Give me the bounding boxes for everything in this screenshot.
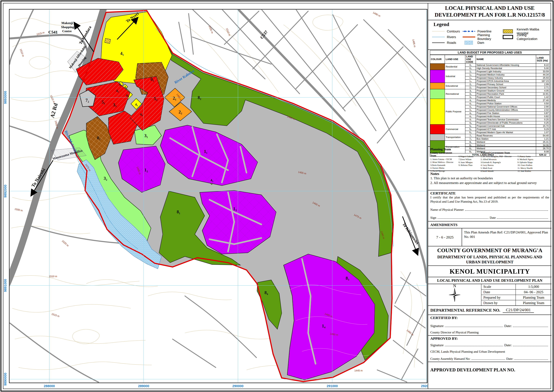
prepared-value: Planning Team (516, 295, 551, 300)
label-makenji-2: Shopping (61, 25, 74, 29)
zone-label-5-1: 5₁ (102, 100, 105, 105)
budget-landuse-cell: Public Purpose (445, 99, 465, 124)
budget-code-cell: 5₂ (465, 128, 476, 131)
legend-label: Planning Boundary (478, 33, 501, 41)
hansard-date-field[interactable] (514, 356, 548, 360)
note-1: 1. This plan is not an authority on boun… (430, 176, 549, 181)
budget-size-cell: 27.40 (536, 99, 550, 102)
legend-item-dam: Dam (462, 40, 501, 46)
team-member: 4. Karuru Maina (430, 167, 457, 169)
certified-by-heading: CERTIFIED BY: (430, 316, 549, 320)
budget-row: Commercial5₁Proposed Commercial Hub15.70 (430, 124, 550, 128)
budget-size-cell: 54.40 (536, 134, 550, 137)
hansard-date-label: Date: (506, 357, 513, 361)
zone-label-8-4: 8₄ (264, 290, 268, 295)
budget-name-cell: National Government Affordable Housing (476, 63, 536, 67)
budget-code-cell: 0₂ (465, 67, 476, 70)
zone-label-1-3: 1₃ (233, 206, 237, 211)
budget-row: Public Purpose4₁Proposed Medicity27.40 (430, 99, 550, 102)
label-makenji-1: Makenji (61, 21, 73, 25)
zone-label-4-8: 4₈ (124, 85, 127, 89)
planner-name-field[interactable] (465, 207, 548, 211)
budget-code-cell: 1₄ (465, 79, 476, 83)
budget-name-cell: Proposed Ardhi House (476, 115, 536, 118)
legend-label: Powerline (478, 29, 492, 33)
team-member: 9. Rehema Thuo (459, 164, 479, 167)
budget-landuse-cell: Transportation (445, 134, 465, 140)
planning-boundary-icon (462, 36, 476, 38)
county-team-col1: 1. James Gatuna - CECM2. Brian Ndeleva -… (430, 158, 457, 173)
budget-name-cell: Proposed Secondary School (476, 86, 536, 89)
roads-line-icon (432, 42, 445, 43)
land-budget-table: COLOUR LAND USE LAND USE CODE NAME LAND … (430, 55, 550, 157)
zone-label-4-6: 4₆ (140, 112, 143, 116)
land-budget-section: LAND BUDGET FOR PROPOSED LAND USES COLOU… (428, 50, 551, 147)
easting-label: 288000 (44, 384, 55, 388)
municipality-title: KENOL MUNICIPALITY (428, 266, 551, 277)
legend-item-zoning: Zoning Categorization (501, 34, 548, 40)
budget-name-cell: Proposed Medium Industry (476, 73, 536, 76)
budget-row: Educational2₁Proposed Primary School2.99 (430, 83, 550, 86)
scale-value: 1:5,000 (516, 284, 551, 289)
certified-signature-field[interactable] (445, 323, 503, 327)
budget-header-landuse: LAND USE (445, 55, 465, 63)
zone-label-8-1: 8₁ (177, 209, 180, 214)
sign-field[interactable] (437, 215, 489, 219)
budget-code-cell: 7₂ (465, 137, 476, 140)
budget-size-cell: 2.02 (536, 108, 550, 112)
budget-size-cell: 2.99 (536, 83, 550, 86)
approved-signature-field[interactable] (445, 342, 503, 346)
budget-size-cell: 25.31 (536, 140, 550, 144)
zone-label-0-1: 0₁ (151, 77, 154, 82)
zone-label-4-7: 4₇ (119, 83, 122, 86)
zone-label-7-2: 7₂ (86, 98, 89, 103)
budget-size-cell: 1.21 (536, 137, 550, 140)
budget-header-code: LAND USE CODE (465, 55, 476, 63)
zone-label-4-5: 4₅ (210, 178, 213, 182)
team-member: 9. Ephraim Njogu (518, 161, 542, 164)
contours-line-icon (432, 31, 445, 32)
approved-date-field[interactable] (513, 342, 548, 346)
amendments-row: 7 - 6 - 2025 This Plan Amends Plan Ref: … (428, 228, 551, 246)
easting-label: 291000 (327, 384, 338, 388)
budget-name-cell: Proposed Modern Open-Air Market (476, 131, 536, 134)
planner-name-label: Name of Physical Planner (430, 208, 464, 212)
legend-heading: Legend (434, 21, 549, 27)
certified-date-field[interactable] (513, 323, 548, 327)
county-team-title: County Government Team (430, 151, 457, 157)
budget-code-cell: 4₁ (465, 99, 476, 102)
kenneth-matiba-hospital-icon (105, 38, 111, 43)
title-block: N Scale 1:5,000 Date 04- 06 - 2025 P (428, 284, 551, 306)
approved-plan-no-label: APPROVED DEVELOPMENT PLAN NO. (430, 367, 549, 372)
county-government-title: COUNTY GOVERNMENT OF MURANG'A (437, 247, 542, 253)
budget-size-cell: 4.05 (536, 89, 550, 92)
north-arrow: N (428, 284, 481, 305)
budget-colour-swatch (430, 70, 445, 83)
budget-name-cell: Proposed Teachers Service Commission (476, 118, 536, 121)
budget-name-cell: Proposed County Administration Offices (476, 108, 536, 112)
budget-name-cell: Proposed Light Industry (476, 70, 536, 73)
northing-label: 9892000 (3, 185, 7, 197)
budget-name-cell: Proposed Public Court (476, 96, 536, 99)
budget-name-cell: Proposed National Government Offices (476, 105, 536, 108)
northing-label: 9890000 (3, 373, 7, 385)
budget-code-cell: 5₁ (465, 124, 476, 128)
budget-name-cell: Proposed Heavy Industry (476, 76, 536, 79)
budget-landuse-cell: Commercial (445, 124, 465, 134)
date-field[interactable] (497, 215, 548, 219)
budget-code-cell: 4₄ (465, 108, 476, 112)
legend-label: Dam (478, 41, 484, 45)
team-member: 3.Denis Kamande (430, 164, 457, 167)
amendment-text: This Plan Amends Plan Ref: C21/DP/24/001… (462, 228, 551, 246)
budget-name-cell: Proposed Commercial Hub (476, 124, 536, 128)
zone-label-3-1: 3₁ (144, 133, 148, 138)
budget-code-cell: 3₂ (465, 92, 476, 96)
hansard-no-field[interactable] (471, 356, 505, 360)
date-key: Date (481, 289, 516, 295)
budget-code-cell: 1₃ (465, 76, 476, 79)
amendment-date: 7 - 6 - 2025 (428, 228, 462, 246)
budget-code-cell: 4₆ (465, 115, 476, 118)
approved-by-heading: APPROVED BY: (430, 336, 549, 341)
budget-size-cell: 2.90 (536, 105, 550, 108)
legend-item-contours: Contours (432, 28, 462, 34)
